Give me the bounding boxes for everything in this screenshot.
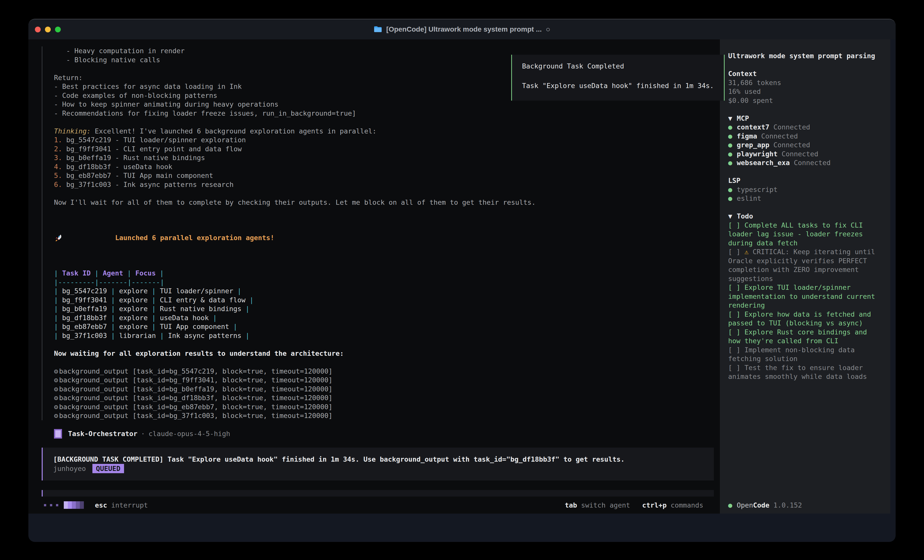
lsp-item: ●typescript <box>728 185 879 194</box>
warning-icon: ⚠ <box>744 248 753 256</box>
shortcut-hints: tab switch agent ctrl+p commands <box>565 501 720 509</box>
tab-key: tab <box>565 501 577 509</box>
cell-focus: Ink async patterns <box>164 332 246 340</box>
gear-icon: ⚙ <box>54 394 58 402</box>
todo-checkbox[interactable]: [ ] <box>728 364 744 371</box>
status-dot-icon: ● <box>728 186 732 193</box>
todo-list: [ ] Complete ALL tasks to fix CLI loader… <box>728 221 879 381</box>
col-focus: Focus <box>131 269 160 277</box>
todo-checkbox[interactable]: [ ] <box>728 346 744 354</box>
prompt-input[interactable]: Task-OrchestratorOpus 4.5 HighAnthropic <box>42 490 714 497</box>
minimize-button[interactable] <box>45 27 51 32</box>
todo-item: [ ] Explore TUI loader/spinner implement… <box>728 283 879 310</box>
table-row: |bg_df18bb3f|explore|useData hook| <box>54 313 720 322</box>
spacer <box>54 340 720 349</box>
todo-item: [ ] Explore how data is fetched and pass… <box>728 310 879 328</box>
main-pane: - Heavy computation in render - Blocking… <box>28 39 720 514</box>
spacer <box>54 207 720 216</box>
todo-item: [ ] Explore Rust core bindings and how t… <box>728 328 879 346</box>
context-heading: Context <box>728 69 879 78</box>
session-title: Ultrawork mode system prompt parsing <box>728 51 879 60</box>
ctrl-p-key: ctrl+p <box>642 501 667 509</box>
spinner-gradient-icon <box>64 501 84 509</box>
folder-icon <box>374 26 382 33</box>
agent-list-item: 6. bg_37f1c003 - Ink async patterns rese… <box>54 180 720 189</box>
table-body: |bg_5547c219|explore|TUI loader/spinner|… <box>54 286 720 340</box>
traffic-lights <box>35 19 61 39</box>
tool-call-line: ⚙background_output [task_id=bg_5547c219,… <box>54 367 720 376</box>
spacer <box>728 60 879 69</box>
commands-hint: ctrl+p commands <box>642 501 703 509</box>
cell-task-id: bg_37f1c003 <box>58 332 111 340</box>
cell-task-id: bg_b0effa19 <box>58 305 111 313</box>
cell-agent: explore <box>115 287 152 295</box>
waiting-heading: Now waiting for all exploration results … <box>54 349 720 358</box>
todo-text: Implement non-blocking data fetching sol… <box>728 346 859 363</box>
spacer <box>54 358 720 367</box>
cell-focus: useData hook <box>156 314 213 322</box>
cell-task-id: bg_eb87ebb7 <box>58 323 111 331</box>
mcp-list: ●context7Connected ●figmaConnected ●grep… <box>728 123 879 167</box>
mcp-section-header[interactable]: ▼MCP <box>728 114 879 123</box>
tool-call-line: ⚙background_output [task_id=bg_f9ff3041,… <box>54 376 720 385</box>
table-separator: |---------|-------|-------| <box>54 278 720 287</box>
gear-icon: ⚙ <box>54 403 58 411</box>
todo-text: Explore Rust core bindings and how they'… <box>728 328 871 345</box>
spacer <box>42 420 720 429</box>
brand-open: Open <box>737 501 753 509</box>
queued-badge: QUEUED <box>92 464 124 473</box>
transcript-line: - Recommendations for fixing loader free… <box>54 109 720 118</box>
separator-dot: · <box>141 429 145 438</box>
todo-checkbox[interactable]: [ ] <box>728 310 744 318</box>
app-version: 1.0.152 <box>773 501 802 509</box>
cell-focus: TUI App component <box>156 323 233 331</box>
todo-text: Complete ALL tasks to fix CLI loader lag… <box>728 221 867 247</box>
table-row: |bg_5547c219|explore|TUI loader/spinner| <box>54 286 720 295</box>
status-dot-icon: ● <box>728 141 732 149</box>
mcp-item: ●grep_appConnected <box>728 141 879 150</box>
esc-key: esc <box>95 501 107 509</box>
todo-item: [ ] Complete ALL tasks to fix CLI loader… <box>728 221 879 248</box>
titlebar: [OpenCode] Ultrawork mode system prompt … <box>28 19 896 39</box>
lsp-list: ●typescript ●eslint <box>728 185 879 203</box>
todo-item: [ ] ⚠ CRITICAL: Keep iterating until Ora… <box>728 247 879 283</box>
table-row: |bg_b0effa19|explore|Rust native binding… <box>54 304 720 313</box>
cell-agent: explore <box>115 314 152 322</box>
sidebar-content[interactable]: Ultrawork mode system prompt parsing Con… <box>728 39 879 497</box>
col-agent: Agent <box>99 269 127 277</box>
todo-checkbox[interactable]: [ ] <box>728 221 744 229</box>
todo-checkbox[interactable]: [ ] <box>728 283 744 291</box>
brand-code: Code <box>753 501 770 509</box>
gear-icon: ⚙ <box>54 385 58 393</box>
cell-task-id: bg_5547c219 <box>58 287 111 295</box>
cell-focus: CLI entry & data flow <box>156 296 249 304</box>
cell-focus: TUI loader/spinner <box>156 287 237 295</box>
todo-checkbox[interactable]: [ ] <box>728 248 744 256</box>
agent-list-item: 3. bg_b0effa19 - Rust native bindings <box>54 153 720 162</box>
agent-list-item: 1. bg_5547c219 - TUI loader/spinner expl… <box>54 135 720 145</box>
agent-model: claude-opus-4-5-high <box>148 429 230 438</box>
lsp-item: ●eslint <box>728 194 879 203</box>
online-dot-icon: ● <box>728 501 732 509</box>
chat-transcript[interactable]: - Heavy computation in render - Blocking… <box>28 39 720 497</box>
status-dot-icon: ● <box>728 132 732 140</box>
transcript-line: - Heavy computation in render <box>54 46 720 55</box>
cell-task-id: bg_df18bb3f <box>58 314 111 322</box>
terminal-window: [OpenCode] Ultrawork mode system prompt … <box>28 19 896 542</box>
close-button[interactable] <box>35 27 40 32</box>
launch-banner: Launched 6 parallel exploration agents! <box>54 216 720 260</box>
todo-section-header[interactable]: ▼Todo <box>728 212 879 221</box>
context-used: 16% used <box>728 87 879 96</box>
chevron-down-icon: ▼ <box>728 212 732 220</box>
tab-hint: tab switch agent <box>565 501 630 509</box>
todo-checkbox[interactable]: [ ] <box>728 328 744 336</box>
window-title-text: [OpenCode] Ultrawork mode system prompt … <box>386 25 542 33</box>
gear-icon: ⚙ <box>54 367 58 375</box>
completed-meta: junhoyeoQUEUED <box>53 464 714 473</box>
notification-toast[interactable]: Background Task Completed Task "Explore … <box>511 55 724 100</box>
toast-title: Background Task Completed <box>522 62 724 70</box>
spacer <box>54 118 720 127</box>
agent-name: Task-Orchestrator <box>68 429 137 438</box>
cell-agent: librarian <box>115 332 160 340</box>
zoom-button[interactable] <box>55 27 61 32</box>
